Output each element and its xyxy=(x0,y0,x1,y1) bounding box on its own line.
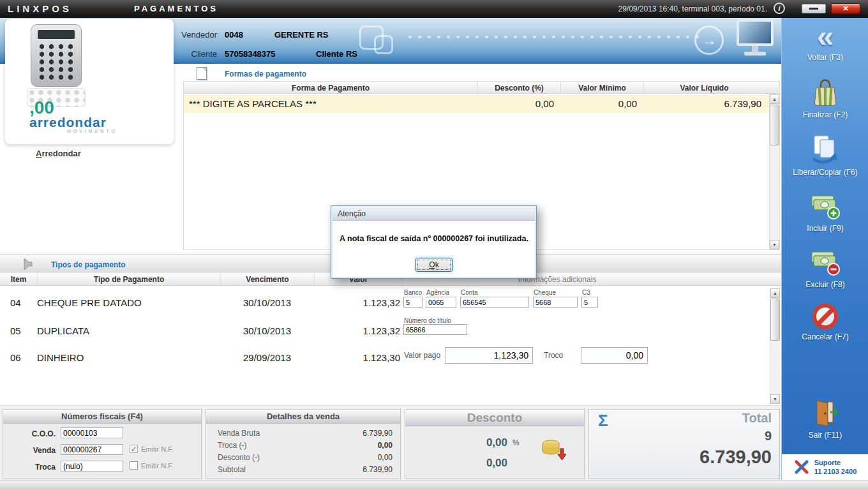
linxpos-window: LINXPOS PAGAMENTOS 29/09/2013 16:40, ter… xyxy=(0,0,868,490)
arredondar-link[interactable]: Arredondar xyxy=(36,149,81,158)
emitir-nf-troca-checkbox[interactable] xyxy=(130,461,138,470)
info-icon[interactable]: i xyxy=(774,3,785,14)
total-count: 9 xyxy=(765,429,772,443)
row-valor: 1.123,32 xyxy=(314,325,400,336)
ok-button[interactable]: Ok xyxy=(415,258,453,272)
titlebar: LINXPOS PAGAMENTOS 29/09/2013 16:40, ter… xyxy=(0,0,868,18)
liberar-copiar-label: Liberar/Copiar (F6) xyxy=(793,168,857,177)
numero-titulo-label: Número do título xyxy=(404,317,451,324)
conta-label: Conta xyxy=(461,289,478,296)
desconto-panel: Desconto 0,00 % 0,00 xyxy=(405,409,585,479)
window-bottom-bar xyxy=(0,480,868,490)
row-forma: *** DIGITE AS PARCELAS *** xyxy=(189,98,317,109)
total-title: Total xyxy=(742,411,772,426)
sair-button[interactable]: Sair (F11) xyxy=(782,398,868,440)
row-item: 05 xyxy=(10,325,21,336)
formas-scrollbar[interactable]: ▲ ▼ xyxy=(769,94,779,249)
money-minus-icon xyxy=(810,248,841,277)
desconto-title: Desconto xyxy=(405,410,584,426)
venda-input[interactable] xyxy=(61,444,123,455)
table-row[interactable]: *** DIGITE AS PARCELAS *** 0,00 0,00 6.7… xyxy=(184,95,769,113)
scroll-thumb[interactable] xyxy=(770,105,779,145)
valor-pago-label: Valor pago xyxy=(404,351,440,360)
emitir-nf-troca-label: Emitir N.F. xyxy=(141,462,174,470)
c3-label: C3 xyxy=(582,289,590,296)
row-valor: 1.123,30 xyxy=(314,352,400,363)
excluir-button[interactable]: Excluir (F8) xyxy=(782,248,868,289)
arredondar-logo: ,00 arredondar MOVIMENTO xyxy=(29,101,157,133)
percent-symbol: % xyxy=(513,438,520,447)
cancelar-label: Cancelar (F7) xyxy=(802,332,848,341)
document-icon xyxy=(197,67,207,80)
troco-label: Troco xyxy=(544,351,563,360)
atencao-dialog: Atenção A nota fiscal de saída nº 000000… xyxy=(331,205,537,279)
dialog-titlebar: Atenção xyxy=(333,207,535,221)
table-row[interactable]: 06 DINHEIRO 29/09/2013 1.123,30 Valor pa… xyxy=(0,345,769,374)
minimize-button[interactable] xyxy=(802,4,826,13)
troca-input[interactable] xyxy=(61,461,123,471)
col-valor-minimo: Valor Mínimo xyxy=(560,82,643,94)
finalizar-button[interactable]: Finalizar (F2) xyxy=(782,78,868,119)
col-item: Item xyxy=(0,273,37,285)
row-valor: 1.123,32 xyxy=(314,297,400,308)
calculator-icon xyxy=(31,24,82,87)
cancelar-button[interactable]: Cancelar (F7) xyxy=(782,304,868,341)
troca-label: Troca xyxy=(7,463,56,471)
formas-section-title: Formas de pagamento xyxy=(225,70,306,78)
emitir-nf-venda-label: Emitir N.F. xyxy=(141,445,174,453)
numero-titulo-input[interactable] xyxy=(403,324,467,335)
logo-subtitle: MOVIMENTO xyxy=(29,129,117,133)
linx-x-logo xyxy=(794,459,809,475)
scroll-thumb[interactable] xyxy=(770,299,780,341)
banco-label: Banco xyxy=(404,289,422,296)
conta-input[interactable] xyxy=(460,297,529,308)
agencia-input[interactable] xyxy=(426,297,456,308)
col-tipo-pagamento: Tipo de Pagamento xyxy=(37,273,220,285)
scroll-down-icon[interactable]: ▼ xyxy=(770,240,779,249)
monitor-base xyxy=(744,52,766,56)
valor-pago-input[interactable] xyxy=(445,347,533,364)
voltar-button[interactable]: « Voltar (F3) xyxy=(782,23,868,62)
calculator-keys xyxy=(37,43,77,82)
logo-wordmark: arredondar xyxy=(29,116,157,129)
detalhes-venda-title: Detalhes da venda xyxy=(206,410,400,424)
formas-table-header: Forma de Pagamento Desconto (%) Valor Mí… xyxy=(184,82,779,94)
table-row[interactable]: 05 DUPLICATA 30/10/2013 1.123,32 Número … xyxy=(0,315,769,345)
emitir-nf-venda-checkbox[interactable]: ✓ xyxy=(130,445,138,453)
action-sidebar: « Voltar (F3) Finalizar (F2) Liberar/Cop… xyxy=(781,18,868,480)
c3-input[interactable] xyxy=(581,297,598,308)
sair-label: Sair (F11) xyxy=(809,431,842,440)
coo-input[interactable] xyxy=(61,427,123,438)
cheque-input[interactable] xyxy=(533,297,578,308)
row-tipo: DUPLICATA xyxy=(37,325,89,336)
liberar-copiar-button[interactable]: Liberar/Copiar (F6) xyxy=(782,134,868,177)
detail-label: Subtotal xyxy=(218,465,246,474)
detail-label: Venda Bruta xyxy=(218,429,260,438)
scroll-down-icon[interactable]: ▼ xyxy=(770,394,780,404)
detail-value: 0,00 xyxy=(378,441,393,450)
row-vencimento: 30/10/2013 xyxy=(220,325,314,336)
overlap-squares-icon xyxy=(374,35,393,54)
speaker-icon xyxy=(17,258,33,271)
row-valor-minimo: 0,00 xyxy=(560,98,637,109)
agencia-label: Agência xyxy=(426,289,449,296)
tipos-scrollbar[interactable]: ▲ ▼ xyxy=(770,288,780,404)
table-row[interactable]: 04 CHEQUE PRE DATADO 30/10/2013 1.123,32… xyxy=(0,286,769,318)
detail-value: 6.739,90 xyxy=(363,465,393,474)
scroll-up-icon[interactable]: ▲ xyxy=(770,288,780,298)
row-tipo: CHEQUE PRE DATADO xyxy=(37,297,142,308)
discount-money-icon[interactable] xyxy=(539,438,567,464)
troco-input[interactable] xyxy=(581,347,648,364)
row-vencimento: 29/09/2013 xyxy=(220,352,314,363)
scroll-up-icon[interactable]: ▲ xyxy=(770,94,779,104)
coo-label: C.O.O. xyxy=(7,429,56,438)
monitor-neck xyxy=(752,46,758,52)
cliente-code: 57058348375 xyxy=(225,49,276,59)
detail-value: 0,00 xyxy=(378,453,393,462)
calculator-display xyxy=(38,30,75,39)
bottom-panels-area: Números fiscais (F4) C.O.O. Venda ✓ Emit… xyxy=(0,405,781,480)
incluir-button[interactable]: Incluir (F9) xyxy=(782,191,868,233)
banco-input[interactable] xyxy=(403,297,423,308)
close-button[interactable]: ✕ xyxy=(831,3,860,14)
row-valor-liquido: 6.739,90 xyxy=(643,98,761,109)
